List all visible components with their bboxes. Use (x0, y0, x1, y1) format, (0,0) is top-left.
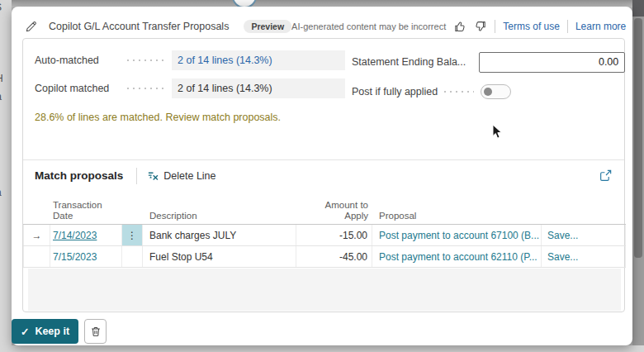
save-link[interactable]: Save... (547, 251, 578, 263)
share-icon[interactable] (599, 169, 613, 183)
ai-disclaimer-text: AI-generated content may be incorrect (291, 21, 446, 31)
terms-of-use-link[interactable]: Terms of use (503, 21, 560, 32)
auto-matched-label: Auto-matched (35, 55, 121, 66)
delete-line-label: Delete Line (163, 170, 215, 182)
background-text-fragment: H (0, 73, 3, 84)
thumbs-down-icon[interactable] (474, 20, 487, 33)
toggle-knob (484, 88, 492, 96)
background-right-strip (632, 0, 644, 352)
table-row[interactable]: → 7/14/2023 ⋮ Bank charges JULY -15.00 P… (23, 225, 626, 246)
learn-more-link[interactable]: Learn more (575, 21, 626, 32)
thumbs-up-icon[interactable] (453, 20, 466, 33)
post-if-fully-applied-toggle[interactable] (481, 84, 511, 99)
header-amount-to-apply[interactable]: Amount toApply (296, 193, 372, 224)
screen: S H ta t: a - Copilot G/L Account Transf… (0, 0, 644, 352)
row-menu-icon[interactable]: ⋮ (122, 225, 143, 245)
header-proposal[interactable]: Proposal (372, 193, 542, 224)
header-menu-col (122, 193, 143, 224)
background-text-fragment: a (0, 187, 2, 198)
auto-matched-value[interactable]: 2 of 14 lines (14.3%) (172, 50, 345, 70)
save-link[interactable]: Save... (547, 230, 578, 241)
dialog-footer: ✓ Keep it (12, 319, 107, 344)
dialog-header: Copilot G/L Account Transfer Proposals P… (12, 15, 632, 38)
background-text-fragment: ta (0, 91, 2, 102)
content-card: Auto-matched 2 of 14 lines (14.3%) Copil… (22, 38, 625, 312)
dotted-leader (127, 88, 165, 89)
transaction-date-cell[interactable]: 7/15/2023 (53, 251, 97, 263)
post-if-fully-applied-label: Post if fully applied (352, 86, 438, 98)
dialog-title: Copilot G/L Account Transfer Proposals (49, 21, 229, 32)
row-indicator (23, 246, 50, 267)
header-divider (567, 20, 568, 33)
match-proposals-toolbar: Match proposals Delete Line (23, 159, 624, 191)
match-proposals-title: Match proposals (35, 169, 123, 182)
statement-balance-label: Statement Ending Bala... (352, 56, 466, 68)
delete-line-button[interactable]: Delete Line (147, 169, 215, 182)
keep-it-button[interactable]: ✓ Keep it (12, 319, 78, 344)
copilot-matched-label: Copilot matched (35, 83, 121, 94)
proposal-link[interactable]: Post payment to account 67100 (B... (379, 230, 539, 241)
toolbar-divider (136, 168, 137, 184)
auto-matched-field: Auto-matched 2 of 14 lines (14.3%) (35, 50, 345, 70)
dotted-leader (444, 91, 474, 93)
dotted-leader (127, 59, 165, 61)
amount-cell[interactable]: -15.00 (296, 225, 372, 245)
transaction-date-cell[interactable]: 7/14/2023 (53, 230, 97, 241)
copilot-matched-field: Copilot matched 2 of 14 lines (14.3%) (35, 78, 345, 98)
statement-balance-input[interactable] (479, 52, 625, 73)
copilot-matched-value: 2 of 14 lines (14.3%) (172, 78, 345, 98)
header-indicator-col (23, 193, 50, 224)
check-icon: ✓ (21, 326, 29, 338)
description-cell[interactable]: Bank charges JULY (143, 225, 296, 245)
header-extra-col (542, 193, 626, 224)
table-header-row: TransactionDate Description Amount toApp… (23, 193, 626, 225)
table-empty-area (28, 269, 621, 311)
header-description[interactable]: Description (143, 193, 296, 224)
background-left-strip: S H ta t: a - (0, 0, 12, 352)
header-transaction-date[interactable]: TransactionDate (50, 193, 122, 224)
row-menu-cell[interactable] (122, 246, 143, 267)
delete-line-icon (147, 169, 159, 182)
post-if-fully-applied-field: Post if fully applied (352, 82, 616, 102)
preview-badge: Preview (244, 20, 291, 33)
background-text-fragment: S (0, 2, 2, 13)
background-corner (632, 0, 644, 17)
discard-button[interactable] (84, 319, 107, 344)
trash-icon (90, 326, 102, 338)
header-divider (495, 20, 495, 33)
amount-cell[interactable]: -45.00 (296, 246, 372, 267)
background-bottom-strip (0, 345, 644, 352)
proposal-link[interactable]: Post payment to account 62110 (P... (379, 251, 537, 263)
table-row[interactable]: 7/15/2023 Fuel Stop U54 -45.00 Post paym… (23, 246, 626, 268)
edit-pencil-icon[interactable] (25, 21, 37, 33)
description-cell[interactable]: Fuel Stop U54 (143, 246, 296, 267)
keep-it-label: Keep it (35, 326, 69, 337)
copilot-proposals-dialog: Copilot G/L Account Transfer Proposals P… (12, 7, 632, 345)
proposals-table: TransactionDate Description Amount toApp… (23, 193, 626, 311)
selected-row-indicator: → (23, 225, 50, 245)
statement-balance-field: Statement Ending Bala... (352, 52, 616, 72)
page-scrollbar[interactable] (634, 18, 642, 258)
match-warning-text: 28.6% of lines are matched. Review match… (35, 112, 281, 123)
